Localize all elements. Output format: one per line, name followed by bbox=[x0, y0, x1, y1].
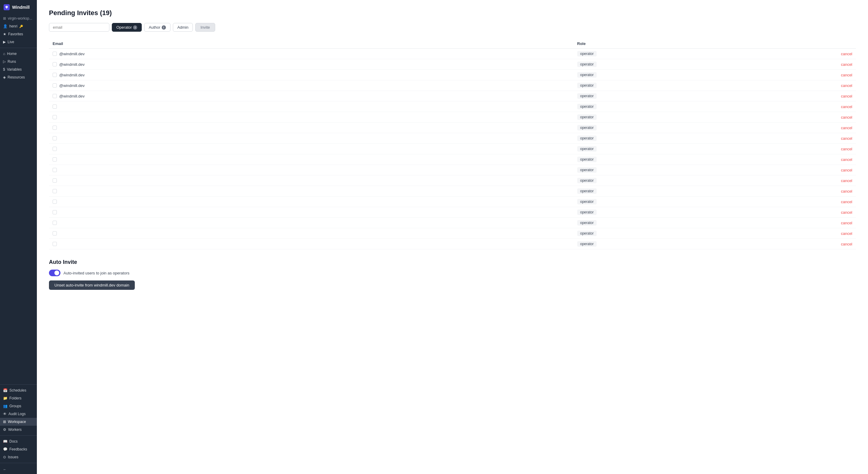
user-name: henri bbox=[9, 24, 18, 28]
email-checkbox[interactable] bbox=[53, 73, 57, 77]
app-logo[interactable]: Windmill bbox=[0, 0, 37, 14]
table-row: operatorcancel bbox=[49, 186, 856, 197]
invite-button[interactable]: Invite bbox=[195, 23, 215, 32]
author-info-icon[interactable]: i bbox=[162, 25, 166, 30]
cancel-invite-button[interactable]: cancel bbox=[841, 178, 852, 183]
email-checkbox[interactable] bbox=[53, 200, 57, 204]
cancel-invite-button[interactable]: cancel bbox=[841, 242, 852, 246]
table-row: @windmill.dev operatorcancel bbox=[49, 70, 856, 80]
workspace-icon: ⊞ bbox=[3, 420, 6, 424]
action-cell: cancel bbox=[735, 186, 856, 197]
cancel-invite-button[interactable]: cancel bbox=[841, 200, 852, 204]
unset-auto-invite-button[interactable]: Unset auto-invite from windmill.dev doma… bbox=[49, 280, 135, 290]
cancel-invite-button[interactable]: cancel bbox=[841, 147, 852, 151]
cancel-invite-button[interactable]: cancel bbox=[841, 168, 852, 172]
sidebar-item-home[interactable]: ⌂ Home bbox=[0, 50, 37, 58]
sidebar-item-docs[interactable]: 📖 Docs bbox=[0, 437, 37, 445]
sidebar-user[interactable]: 👤 henri 🔑 bbox=[0, 22, 37, 30]
role-author-button[interactable]: Author i bbox=[144, 23, 170, 32]
role-cell: operator bbox=[574, 48, 735, 59]
email-value: @windmill.dev bbox=[59, 73, 85, 77]
sidebar-item-workers[interactable]: ⚙ Workers bbox=[0, 426, 37, 434]
email-input[interactable] bbox=[49, 23, 110, 32]
sidebar-item-issues[interactable]: ⊙ Issues bbox=[0, 453, 37, 461]
cancel-invite-button[interactable]: cancel bbox=[841, 52, 852, 56]
cancel-invite-button[interactable]: cancel bbox=[841, 115, 852, 120]
email-checkbox[interactable] bbox=[53, 221, 57, 225]
action-cell: cancel bbox=[735, 144, 856, 154]
role-badge: operator bbox=[577, 136, 597, 141]
cancel-invite-button[interactable]: cancel bbox=[841, 126, 852, 130]
sidebar-workspace[interactable]: ⊞ virgin-worksp... bbox=[0, 14, 37, 22]
sidebar-item-runs[interactable]: ▷ Runs bbox=[0, 58, 37, 66]
action-cell: cancel bbox=[735, 207, 856, 218]
sidebar-item-live[interactable]: ▶ Live bbox=[0, 38, 37, 46]
email-checkbox[interactable] bbox=[53, 231, 57, 236]
sidebar-item-folders[interactable]: 📁 Folders bbox=[0, 394, 37, 402]
table-row: operatorcancel bbox=[49, 228, 856, 239]
cancel-invite-button[interactable]: cancel bbox=[841, 94, 852, 98]
logo-icon bbox=[4, 4, 10, 10]
table-row: operatorcancel bbox=[49, 101, 856, 112]
action-cell: cancel bbox=[735, 197, 856, 207]
role-cell: operator bbox=[574, 70, 735, 80]
cancel-invite-button[interactable]: cancel bbox=[841, 73, 852, 77]
role-cell: operator bbox=[574, 165, 735, 175]
sidebar-item-resources[interactable]: ◈ Resources bbox=[0, 73, 37, 81]
grid-icon: ⊞ bbox=[3, 16, 6, 21]
action-cell: cancel bbox=[735, 218, 856, 228]
email-checkbox[interactable] bbox=[53, 136, 57, 140]
email-checkbox[interactable] bbox=[53, 168, 57, 172]
email-checkbox[interactable] bbox=[53, 147, 57, 151]
email-checkbox[interactable] bbox=[53, 189, 57, 193]
cancel-invite-button[interactable]: cancel bbox=[841, 231, 852, 236]
sidebar-item-groups[interactable]: 👥 Groups bbox=[0, 402, 37, 410]
email-cell: @windmill.dev bbox=[49, 48, 574, 59]
email-checkbox[interactable] bbox=[53, 178, 57, 183]
role-cell: operator bbox=[574, 144, 735, 154]
table-row: operatorcancel bbox=[49, 133, 856, 144]
table-row: operatorcancel bbox=[49, 207, 856, 218]
table-row: @windmill.dev operatorcancel bbox=[49, 59, 856, 70]
cancel-invite-button[interactable]: cancel bbox=[841, 83, 852, 88]
role-badge: operator bbox=[577, 199, 597, 204]
cancel-invite-button[interactable]: cancel bbox=[841, 104, 852, 109]
role-cell: operator bbox=[574, 197, 735, 207]
action-cell: cancel bbox=[735, 228, 856, 239]
email-checkbox[interactable] bbox=[53, 157, 57, 162]
email-checkbox[interactable] bbox=[53, 52, 57, 56]
sidebar-item-variables[interactable]: $ Variables bbox=[0, 66, 37, 73]
cancel-invite-button[interactable]: cancel bbox=[841, 62, 852, 67]
table-row: @windmill.dev operatorcancel bbox=[49, 80, 856, 91]
sidebar-item-label: Schedules bbox=[9, 388, 26, 393]
sidebar-back-button[interactable]: ← bbox=[0, 465, 37, 474]
role-admin-button[interactable]: Admin bbox=[173, 23, 193, 32]
email-checkbox[interactable] bbox=[53, 94, 57, 98]
email-checkbox[interactable] bbox=[53, 83, 57, 88]
email-checkbox[interactable] bbox=[53, 242, 57, 246]
folder-icon: 📁 bbox=[3, 396, 7, 400]
email-checkbox[interactable] bbox=[53, 104, 57, 109]
cancel-invite-button[interactable]: cancel bbox=[841, 221, 852, 225]
sidebar-item-workspace[interactable]: ⊞ ← Workspace bbox=[0, 418, 37, 426]
role-badge: operator bbox=[577, 157, 597, 162]
cancel-invite-button[interactable]: cancel bbox=[841, 189, 852, 194]
operator-info-icon[interactable]: i bbox=[133, 25, 137, 30]
cancel-invite-button[interactable]: cancel bbox=[841, 157, 852, 162]
email-checkbox[interactable] bbox=[53, 126, 57, 130]
role-operator-button[interactable]: Operator i bbox=[112, 23, 142, 32]
email-checkbox[interactable] bbox=[53, 62, 57, 66]
action-column-header bbox=[735, 39, 856, 48]
email-checkbox[interactable] bbox=[53, 210, 57, 214]
email-cell bbox=[49, 218, 574, 228]
sidebar-item-audit-logs[interactable]: 👁 Audit Logs bbox=[0, 410, 37, 418]
auto-invite-toggle[interactable] bbox=[49, 270, 60, 276]
sidebar-item-schedules[interactable]: 📅 Schedules bbox=[0, 386, 37, 394]
sidebar-item-favorites[interactable]: ★ Favorites bbox=[0, 30, 37, 38]
back-arrow-icon: ← bbox=[3, 467, 7, 472]
cancel-invite-button[interactable]: cancel bbox=[841, 136, 852, 141]
cancel-invite-button[interactable]: cancel bbox=[841, 210, 852, 215]
email-checkbox[interactable] bbox=[53, 115, 57, 119]
sidebar-item-feedbacks[interactable]: 💬 Feedbacks bbox=[0, 445, 37, 453]
live-icon: ▶ bbox=[3, 40, 6, 44]
